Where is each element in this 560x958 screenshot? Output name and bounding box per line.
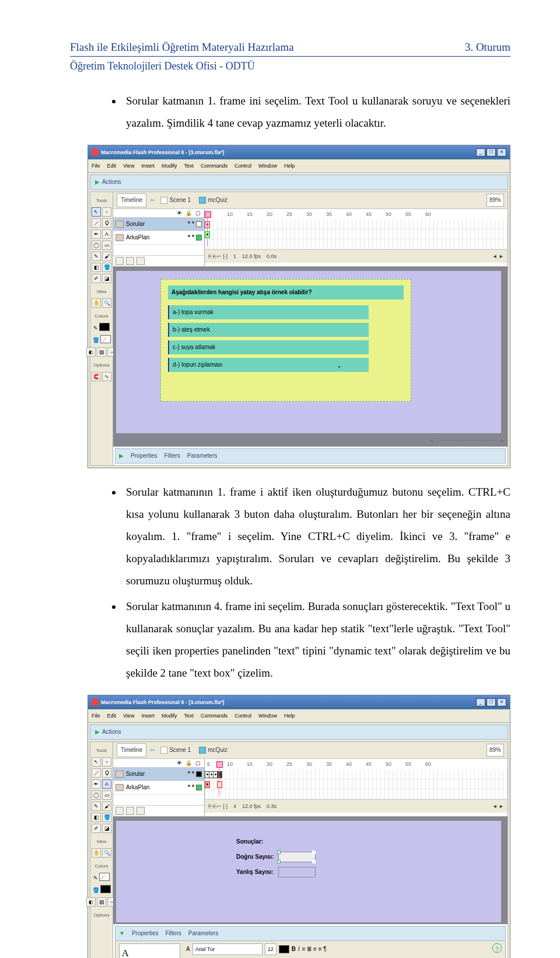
- ss2-titlebar[interactable]: Macromedia Flash Professional 8 - [3.otu…: [88, 695, 510, 709]
- text-tool[interactable]: A: [102, 229, 111, 239]
- eye-icon[interactable]: 👁: [177, 758, 182, 768]
- menu-help[interactable]: Help: [284, 161, 295, 171]
- menu-window[interactable]: Window: [258, 161, 277, 171]
- clip-chip[interactable]: mcQuiz: [197, 194, 230, 206]
- font-size[interactable]: 12: [265, 943, 276, 955]
- ss2-menubar[interactable]: File Edit View Insert Modify Text Comman…: [88, 709, 510, 723]
- option-c[interactable]: c-) suya atlamak: [168, 340, 369, 354]
- ss2-prop-header[interactable]: ▼PropertiesFiltersParameters: [115, 926, 506, 941]
- bucket-tool[interactable]: 🪣: [102, 263, 111, 272]
- smooth-icon[interactable]: ∿: [102, 372, 111, 381]
- menu-commands[interactable]: Commands: [201, 161, 228, 171]
- frames-arkaplan[interactable]: [205, 229, 508, 239]
- stroke-swatch[interactable]: [99, 323, 110, 331]
- eraser-tool[interactable]: ◪: [102, 274, 111, 283]
- menu-file[interactable]: File: [92, 161, 100, 171]
- back-icon[interactable]: ⇦: [150, 194, 155, 206]
- arrow-tool[interactable]: ↖: [92, 207, 101, 217]
- menu-window[interactable]: Window: [258, 710, 277, 721]
- help-icon[interactable]: ?: [492, 943, 502, 953]
- add-layer-icon[interactable]: [116, 257, 124, 265]
- min-icon[interactable]: _: [476, 148, 485, 156]
- oval-tool[interactable]: ◯: [92, 241, 101, 250]
- pen-tool[interactable]: ✒: [92, 229, 101, 239]
- close-icon[interactable]: ×: [497, 148, 506, 156]
- layer-sorular[interactable]: Sorular: [113, 768, 204, 781]
- eyedrop-tool[interactable]: ✐: [92, 824, 101, 833]
- hand-tool[interactable]: ✋: [92, 848, 101, 858]
- lock-icon[interactable]: 🔒: [186, 758, 192, 768]
- stroke-swatch[interactable]: ／: [99, 873, 110, 881]
- delete-layer-icon[interactable]: [136, 807, 145, 815]
- option-a[interactable]: a-) topa vurmak: [168, 305, 369, 319]
- eraser-tool[interactable]: ◪: [102, 824, 111, 833]
- outline-icon[interactable]: ▢: [195, 208, 201, 218]
- menu-help[interactable]: Help: [284, 710, 295, 721]
- scene-chip[interactable]: Scene 1: [158, 194, 193, 206]
- arrow-tool[interactable]: ↖: [92, 757, 101, 767]
- option-b[interactable]: b-) ateş etmek: [168, 323, 369, 337]
- menu-insert[interactable]: Insert: [141, 161, 155, 171]
- fill-swatch[interactable]: [100, 885, 111, 893]
- frames-sorular[interactable]: [205, 220, 508, 229]
- layer-arkaplan[interactable]: ArkaPlan: [113, 231, 204, 245]
- brush-tool[interactable]: 🖌: [102, 252, 111, 261]
- rect-tool[interactable]: ▭: [102, 241, 111, 250]
- add-layer-icon[interactable]: [116, 807, 124, 815]
- lasso-tool[interactable]: Ϙ: [102, 768, 111, 778]
- menu-text[interactable]: Text: [184, 161, 194, 171]
- bold-icon[interactable]: B: [292, 943, 296, 955]
- ink-tool[interactable]: ◧: [92, 813, 101, 822]
- ink-tool[interactable]: ◧: [92, 263, 101, 272]
- clip-chip[interactable]: mcQuiz: [197, 744, 230, 756]
- brush-tool[interactable]: 🖌: [102, 802, 111, 811]
- eyedrop-tool[interactable]: ✐: [92, 274, 101, 283]
- hand-tool[interactable]: ✋: [92, 298, 101, 308]
- oval-tool[interactable]: ◯: [92, 790, 101, 800]
- menu-edit[interactable]: Edit: [107, 710, 117, 721]
- menu-view[interactable]: View: [123, 161, 134, 171]
- menu-modify[interactable]: Modify: [162, 161, 177, 171]
- subsel-tool[interactable]: ▫: [102, 757, 111, 767]
- scroll-h[interactable]: ◄ ─────────────── ►: [113, 435, 508, 447]
- subsel-tool[interactable]: ▫: [102, 207, 111, 217]
- add-folder-icon[interactable]: [126, 807, 134, 815]
- lasso-tool[interactable]: Ϙ: [102, 218, 111, 228]
- pencil-tool[interactable]: ✎: [92, 802, 101, 811]
- layer-sorular[interactable]: Sorular: [113, 218, 204, 231]
- bw-icon[interactable]: ◐: [86, 347, 96, 357]
- pencil-tool[interactable]: ✎: [92, 252, 101, 261]
- bucket-tool[interactable]: 🪣: [102, 813, 111, 822]
- eye-icon[interactable]: 👁: [177, 208, 182, 218]
- snap-icon[interactable]: 🧲: [92, 372, 101, 381]
- zoom-field[interactable]: 89%: [487, 194, 504, 207]
- menu-view[interactable]: View: [123, 710, 134, 721]
- menu-control[interactable]: Control: [235, 710, 251, 721]
- menu-edit[interactable]: Edit: [107, 161, 117, 171]
- result-box-correct[interactable]: [278, 852, 316, 862]
- ss1-stage[interactable]: Aşağıdakilerden hangisi yatay atışa örne…: [113, 267, 508, 447]
- zoom-tool[interactable]: 🔍: [102, 848, 111, 858]
- frames-sorular[interactable]: [205, 769, 508, 779]
- pen-tool[interactable]: ✒: [92, 779, 101, 789]
- add-folder-icon[interactable]: [126, 257, 134, 265]
- rect-tool[interactable]: ▭: [102, 790, 111, 800]
- ss1-titlebar[interactable]: Macromedia Flash Professional 8 - [3.otu…: [88, 145, 510, 159]
- ss1-menubar[interactable]: File Edit View Insert Modify Text Comman…: [88, 159, 510, 173]
- max-icon[interactable]: □: [487, 148, 496, 156]
- ss1-actions-panel[interactable]: ▶Actions: [90, 175, 508, 190]
- result-box-wrong[interactable]: [278, 867, 316, 877]
- timeline-tab[interactable]: Timeline: [117, 743, 146, 757]
- bw-icon[interactable]: ◐: [86, 897, 96, 907]
- line-tool[interactable]: ／: [92, 768, 101, 778]
- italic-icon[interactable]: I: [298, 943, 300, 955]
- noclr-icon[interactable]: ▧: [97, 347, 106, 357]
- ss2-actions-panel[interactable]: ▶Actions: [90, 724, 508, 740]
- menu-control[interactable]: Control: [235, 161, 251, 171]
- align-icons[interactable]: ≡ ≣ ≡ ≡ ¶: [302, 943, 327, 955]
- text-tool[interactable]: A: [102, 779, 111, 789]
- line-tool[interactable]: ／: [92, 218, 101, 228]
- menu-insert[interactable]: Insert: [141, 710, 155, 721]
- timeline-tab[interactable]: Timeline: [117, 193, 146, 207]
- max-icon[interactable]: □: [487, 698, 496, 706]
